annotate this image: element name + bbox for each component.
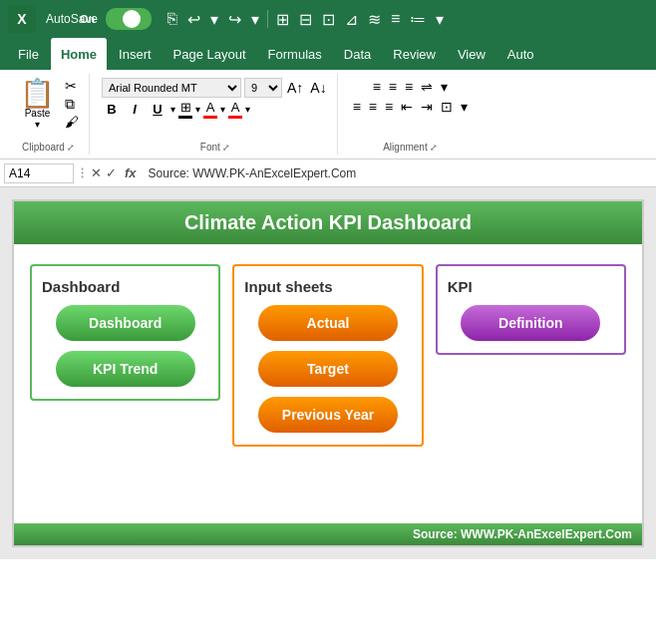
font-name-row: Arial Rounded MT 9 A↑ A↓ (102, 78, 329, 98)
border-color-button[interactable]: ⊞ (178, 100, 192, 119)
clipboard-content: 📋 Paste ▾ ✂ ⧉ 🖌 (16, 76, 81, 140)
save-icon[interactable]: ⎘ (165, 8, 179, 30)
kpi-section: KPI Definition (436, 264, 626, 355)
tab-data[interactable]: Data (334, 38, 381, 70)
align-top-right[interactable]: ≡ (402, 78, 416, 96)
alignment-content: ≡ ≡ ≡ ⇌ ▾ ≡ ≡ ≡ ⇤ ⇥ ⊡ ▾ (350, 76, 472, 140)
font-size-increase[interactable]: A↑ (285, 80, 305, 96)
merge-dropdown[interactable]: ▾ (458, 98, 471, 116)
chevron-down-icon[interactable]: ▾ (434, 8, 446, 31)
italic-button[interactable]: I (125, 101, 145, 118)
tab-page-layout[interactable]: Page Layout (164, 38, 256, 70)
autosave-toggle[interactable]: On (106, 8, 152, 30)
format-painter-button[interactable]: 🖌 (63, 114, 81, 130)
dashboard-body: Dashboard Dashboard KPI Trend Input shee… (14, 244, 642, 523)
font-size-decrease[interactable]: A↓ (308, 80, 328, 96)
formula-input[interactable] (145, 166, 652, 180)
main-content: Climate Action KPI Dashboard Dashboard D… (0, 187, 656, 559)
tab-formulas[interactable]: Formulas (258, 38, 332, 70)
align-center[interactable]: ≡ (366, 98, 380, 116)
kpi-trend-nav-button[interactable]: KPI Trend (56, 351, 195, 387)
chart-icon[interactable]: ⊡ (320, 8, 337, 31)
formula-sep-icon: ⁝ (78, 163, 87, 182)
dashboard-section: Dashboard Dashboard KPI Trend (30, 264, 220, 401)
source-footer: Source: WWW.PK-AnExcelExpert.Com (14, 523, 642, 545)
align-row-top: ≡ ≡ ≡ ⇌ ▾ (370, 78, 452, 96)
tab-view[interactable]: View (448, 38, 495, 70)
clipboard-expand-icon[interactable]: ⤢ (67, 143, 75, 153)
dashboard-section-title: Dashboard (42, 278, 120, 295)
misc-icon3[interactable]: ≔ (408, 8, 428, 31)
source-text: Source: WWW.PK-AnExcelExpert.Com (413, 527, 632, 541)
filter-icon[interactable]: ⊿ (343, 8, 360, 31)
underline-button[interactable]: U (148, 101, 167, 118)
alignment-expand-icon[interactable]: ⤢ (430, 143, 438, 153)
kpi-section-title: KPI (448, 278, 473, 295)
font-expand-icon[interactable]: ⤢ (222, 143, 230, 153)
font-name-select[interactable]: Arial Rounded MT (102, 78, 241, 98)
align-left[interactable]: ≡ (350, 98, 364, 116)
align-top-left[interactable]: ≡ (370, 78, 384, 96)
highlight-dropdown[interactable]: ▾ (220, 104, 225, 115)
input-sheets-section-title: Input sheets (244, 278, 332, 295)
cut-button[interactable]: ✂ (63, 78, 81, 94)
align-top-center[interactable]: ≡ (386, 78, 400, 96)
tab-review[interactable]: Review (383, 38, 446, 70)
dashboard-nav-button[interactable]: Dashboard (56, 305, 195, 341)
toggle-knob (123, 10, 141, 28)
tab-home[interactable]: Home (51, 38, 107, 70)
clipboard-sub-buttons: ✂ ⧉ 🖌 (63, 78, 81, 130)
bold-button[interactable]: B (102, 101, 122, 118)
misc-icon1[interactable]: ≋ (366, 8, 383, 31)
toolbar-separator (267, 10, 268, 28)
table-icon[interactable]: ⊟ (297, 8, 314, 31)
formula-bar: A14 ⁝ ✕ ✓ fx (0, 160, 656, 187)
clipboard-group: 📋 Paste ▾ ✂ ⧉ 🖌 Clipboard ⤢ (8, 74, 90, 155)
excel-logo: X (8, 5, 36, 33)
font-group: Arial Rounded MT 9 A↑ A↓ B I U ▾ ⊞ ▾ (94, 74, 338, 155)
misc-icon2[interactable]: ≡ (389, 8, 402, 30)
ribbon-tabs: File Home Insert Page Layout Formulas Da… (0, 38, 656, 70)
fx-label: fx (121, 165, 141, 180)
ribbon-content: 📋 Paste ▾ ✂ ⧉ 🖌 Clipboard ⤢ Arial Rounde… (0, 70, 656, 160)
font-color-dropdown[interactable]: ▾ (245, 104, 250, 115)
highlight-color-button[interactable]: A (203, 100, 217, 119)
paste-button[interactable]: 📋 Paste ▾ (16, 78, 59, 132)
font-size-select[interactable]: 9 (244, 78, 282, 98)
dashboard-title: Climate Action KPI Dashboard (24, 211, 632, 234)
font-content: Arial Rounded MT 9 A↑ A↓ B I U ▾ ⊞ ▾ (102, 76, 329, 140)
paste-dropdown[interactable]: ▾ (35, 119, 40, 130)
target-nav-button[interactable]: Target (258, 351, 398, 387)
font-format-row: B I U ▾ ⊞ ▾ A ▾ A ▾ (102, 100, 250, 119)
border-dropdown[interactable]: ▾ (195, 104, 200, 115)
actual-nav-button[interactable]: Actual (258, 305, 398, 341)
formula-cancel-icon[interactable]: ✕ (91, 165, 102, 180)
cell-reference[interactable]: A14 (4, 163, 74, 183)
toggle-on-text: On (80, 13, 95, 25)
copy-button[interactable]: ⧉ (63, 96, 81, 112)
tab-insert[interactable]: Insert (109, 38, 162, 70)
indent-increase[interactable]: ⇥ (418, 98, 436, 116)
wrap-text[interactable]: ⇌ (418, 78, 436, 96)
merge-cells[interactable]: ⊡ (438, 98, 456, 116)
alignment-label: Alignment ⤢ (383, 140, 437, 153)
font-label: Font ⤢ (200, 140, 230, 153)
undo-dropdown-icon[interactable]: ▾ (208, 8, 220, 31)
indent-decrease[interactable]: ⇤ (398, 98, 416, 116)
previous-year-nav-button[interactable]: Previous Year (258, 397, 398, 433)
paste-icon: 📋 (20, 80, 55, 108)
tab-file[interactable]: File (8, 38, 49, 70)
align-dropdown[interactable]: ▾ (438, 78, 451, 96)
formula-confirm-icon[interactable]: ✓ (106, 165, 117, 180)
font-color-button[interactable]: A (228, 100, 242, 119)
undo-icon[interactable]: ↩ (185, 8, 202, 31)
definition-nav-button[interactable]: Definition (461, 305, 600, 341)
underline-dropdown[interactable]: ▾ (170, 104, 175, 115)
title-bar: X AutoSave On ⎘ ↩ ▾ ↪ ▾ ⊞ ⊟ ⊡ ⊿ ≋ ≡ ≔ ▾ (0, 0, 656, 38)
redo-icon[interactable]: ↪ (226, 8, 243, 31)
grid-icon[interactable]: ⊞ (274, 8, 291, 31)
tab-auto[interactable]: Auto (497, 38, 544, 70)
redo-dropdown-icon[interactable]: ▾ (249, 8, 261, 31)
alignment-group: ≡ ≡ ≡ ⇌ ▾ ≡ ≡ ≡ ⇤ ⇥ ⊡ ▾ Alignment ⤢ (342, 74, 480, 155)
align-right[interactable]: ≡ (382, 98, 396, 116)
